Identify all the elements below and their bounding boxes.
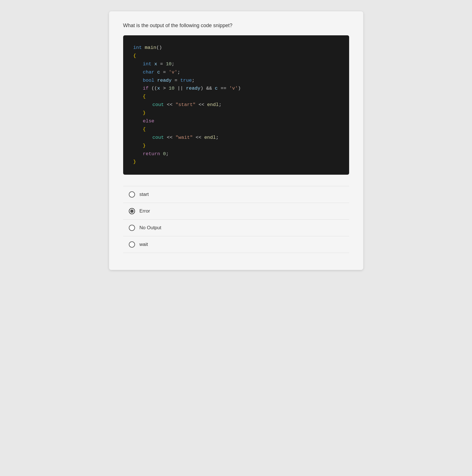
token: {	[143, 127, 146, 132]
code-line-3: char c = 'v';	[133, 68, 339, 77]
radio-wait[interactable]	[129, 241, 135, 248]
token: "wait"	[175, 135, 193, 140]
radio-error-fill	[130, 209, 134, 213]
token: }	[143, 143, 146, 148]
code-line-6: {	[133, 93, 339, 101]
code-line-4: bool ready = true;	[133, 77, 339, 85]
question-text: What is the output of the following code…	[123, 23, 349, 29]
token: ||	[177, 86, 186, 91]
answer-options: start Error No Output wait	[123, 186, 349, 253]
token: ==	[221, 86, 229, 91]
token: x	[154, 61, 157, 67]
code-line-12: }	[133, 142, 339, 150]
token: ((	[151, 86, 157, 91]
token: ;	[192, 78, 195, 83]
token: ;	[172, 61, 175, 67]
code-line-11: cout << "wait" << endl;	[133, 134, 339, 142]
option-error[interactable]: Error	[123, 203, 349, 220]
radio-start[interactable]	[129, 191, 135, 198]
token: ready	[186, 86, 201, 91]
code-line-9: else	[133, 117, 339, 126]
code-line-13: return 0;	[133, 150, 339, 158]
token: char	[143, 70, 155, 75]
code-line-10: {	[133, 126, 339, 134]
token: int	[133, 45, 142, 50]
code-line-5: if ((x > 10 || ready) && c == 'v')	[133, 85, 339, 93]
token: "start"	[175, 102, 195, 107]
token: ;	[219, 102, 221, 107]
code-line-7: cout << "start" << endl;	[133, 101, 339, 109]
radio-no-output[interactable]	[129, 225, 135, 231]
option-wait-label: wait	[140, 242, 148, 247]
token: if	[143, 86, 149, 91]
token: <<	[196, 135, 205, 140]
token: <<	[167, 135, 176, 140]
token: main	[145, 45, 156, 50]
token: c	[157, 70, 160, 75]
token: ) &&	[201, 86, 215, 91]
token: x	[157, 86, 160, 91]
code-line-2: int x = 10;	[133, 60, 339, 68]
token: 'v'	[169, 70, 177, 75]
token: <<	[167, 102, 176, 107]
token: ;	[166, 151, 169, 157]
token: cout	[153, 102, 164, 107]
token: c	[215, 86, 218, 91]
code-line-14: }	[133, 158, 339, 166]
token: 0	[163, 151, 166, 157]
option-wait[interactable]: wait	[123, 236, 349, 253]
token: =	[163, 70, 169, 75]
token: ready	[157, 78, 172, 83]
option-start-label: start	[140, 192, 149, 197]
token: int	[143, 61, 152, 67]
token: 10	[166, 61, 171, 67]
radio-error[interactable]	[129, 208, 135, 214]
code-line-8: }	[133, 109, 339, 117]
token: =	[175, 78, 180, 83]
token: return	[143, 151, 160, 157]
option-no-output[interactable]: No Output	[123, 220, 349, 236]
token: ;	[216, 135, 219, 140]
token: {	[133, 53, 136, 59]
token: >	[163, 86, 169, 91]
token: cout	[153, 135, 164, 140]
token: 'v'	[229, 86, 238, 91]
option-no-output-label: No Output	[140, 225, 162, 231]
token: <<	[199, 102, 207, 107]
token: {	[143, 94, 146, 99]
code-line-1: {	[133, 52, 339, 60]
option-start[interactable]: start	[123, 186, 349, 203]
token: ;	[177, 70, 180, 75]
token: )	[238, 86, 241, 91]
quiz-card: What is the output of the following code…	[109, 11, 363, 270]
option-error-label: Error	[140, 208, 150, 214]
token: }	[143, 110, 146, 116]
code-block: int main() { int x = 10; char c = 'v'; b…	[123, 35, 349, 175]
token: true	[180, 78, 192, 83]
token: 10	[169, 86, 174, 91]
token: endl	[204, 135, 216, 140]
token: =	[160, 61, 166, 67]
token: endl	[207, 102, 219, 107]
token: }	[133, 159, 136, 165]
token: bool	[143, 78, 155, 83]
token: ()	[156, 45, 162, 50]
code-line-0: int main()	[133, 44, 339, 52]
token: else	[143, 118, 155, 124]
